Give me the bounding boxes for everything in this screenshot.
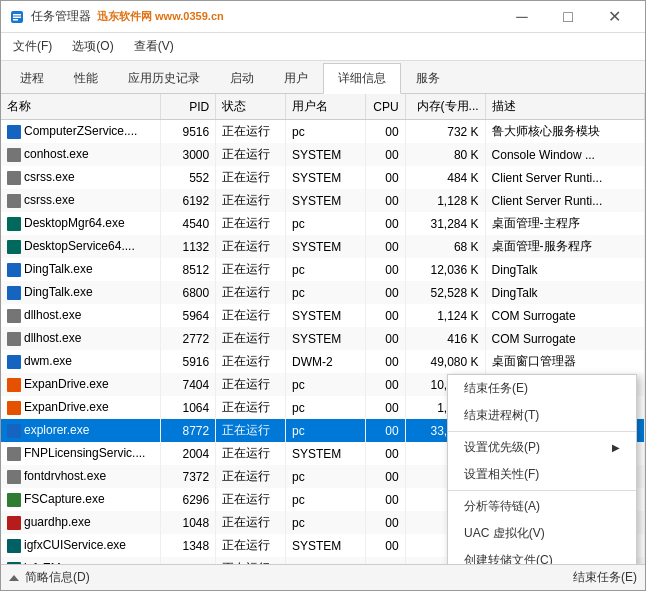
- cell-user: pc: [286, 120, 366, 144]
- context-menu-item[interactable]: 设置优先级(P)▶: [448, 434, 636, 461]
- submenu-arrow-icon: ▶: [612, 442, 620, 453]
- cell-user: pc: [286, 281, 366, 304]
- table-row[interactable]: csrss.exe 552 正在运行 SYSTEM 00 484 K Clien…: [1, 166, 645, 189]
- table-row[interactable]: csrss.exe 6192 正在运行 SYSTEM 00 1,128 K Cl…: [1, 189, 645, 212]
- cell-status: 正在运行: [216, 189, 286, 212]
- tab-app-history[interactable]: 应用历史记录: [113, 63, 215, 93]
- cell-status: 正在运行: [216, 304, 286, 327]
- tab-performance[interactable]: 性能: [59, 63, 113, 93]
- table-row[interactable]: conhost.exe 3000 正在运行 SYSTEM 00 80 K Con…: [1, 143, 645, 166]
- context-menu-item-label: 设置相关性(F): [464, 466, 539, 483]
- end-task-label: 结束任务(E): [573, 569, 637, 586]
- cell-user: pc: [286, 258, 366, 281]
- cell-mem: 416 K: [405, 327, 485, 350]
- context-menu-item[interactable]: 设置相关性(F): [448, 461, 636, 488]
- cell-user: SYSTEM: [286, 534, 366, 557]
- cell-status: 正在运行: [216, 281, 286, 304]
- cell-status: 正在运行: [216, 212, 286, 235]
- cell-cpu: 00: [365, 488, 405, 511]
- col-header-mem[interactable]: 内存(专用...: [405, 94, 485, 120]
- context-menu-item[interactable]: 结束进程树(T): [448, 402, 636, 429]
- context-menu-item-label: UAC 虚拟化(V): [464, 525, 545, 542]
- table-row[interactable]: DingTalk.exe 6800 正在运行 pc 00 52,528 K Di…: [1, 281, 645, 304]
- svg-rect-1: [13, 14, 21, 16]
- cell-user: DWM-2: [286, 350, 366, 373]
- minimize-button[interactable]: ─: [499, 1, 545, 33]
- table-header-row: 名称 PID 状态 用户名 CPU 内存(专用... 描述: [1, 94, 645, 120]
- cell-cpu: 00: [365, 396, 405, 419]
- cell-desc: Client Server Runti...: [485, 189, 644, 212]
- cell-status: 正在运行: [216, 488, 286, 511]
- cell-user: SYSTEM: [286, 166, 366, 189]
- cell-user: pc: [286, 465, 366, 488]
- col-header-desc[interactable]: 描述: [485, 94, 644, 120]
- cell-status: 正在运行: [216, 396, 286, 419]
- cell-name: ExpanDrive.exe: [1, 396, 161, 419]
- table-row[interactable]: DesktopMgr64.exe 4540 正在运行 pc 00 31,284 …: [1, 212, 645, 235]
- cell-cpu: 00: [365, 373, 405, 396]
- cell-pid: 1348: [161, 534, 216, 557]
- cell-name: csrss.exe: [1, 166, 161, 189]
- menu-options[interactable]: 选项(O): [64, 35, 121, 58]
- cell-mem: 49,080 K: [405, 350, 485, 373]
- cell-pid: 8772: [161, 419, 216, 442]
- cell-mem: 732 K: [405, 120, 485, 144]
- table-row[interactable]: dllhost.exe 5964 正在运行 SYSTEM 00 1,124 K …: [1, 304, 645, 327]
- cell-name: FNPLicensingServic....: [1, 442, 161, 465]
- cell-cpu: 00: [365, 350, 405, 373]
- cell-mem: 484 K: [405, 166, 485, 189]
- cell-user: SYSTEM: [286, 189, 366, 212]
- cell-desc: 鲁大师核心服务模块: [485, 120, 644, 144]
- context-menu-separator: [448, 490, 636, 491]
- col-header-pid[interactable]: PID: [161, 94, 216, 120]
- cell-pid: 1064: [161, 396, 216, 419]
- status-end-task[interactable]: 结束任务(E): [573, 569, 637, 586]
- tab-users[interactable]: 用户: [269, 63, 323, 93]
- cell-desc: DingTalk: [485, 281, 644, 304]
- context-menu-item[interactable]: 创建转储文件(C): [448, 547, 636, 564]
- cell-mem: 80 K: [405, 143, 485, 166]
- cell-pid: 7372: [161, 465, 216, 488]
- cell-status: 正在运行: [216, 419, 286, 442]
- table-row[interactable]: dllhost.exe 2772 正在运行 SYSTEM 00 416 K CO…: [1, 327, 645, 350]
- cell-status: 正在运行: [216, 557, 286, 564]
- table-row[interactable]: dwm.exe 5916 正在运行 DWM-2 00 49,080 K 桌面窗口…: [1, 350, 645, 373]
- context-menu-item[interactable]: UAC 虚拟化(V): [448, 520, 636, 547]
- cell-mem: 12,036 K: [405, 258, 485, 281]
- tab-startup[interactable]: 启动: [215, 63, 269, 93]
- context-menu-item[interactable]: 结束任务(E): [448, 375, 636, 402]
- cell-cpu: 00: [365, 557, 405, 564]
- cell-user: SYSTEM: [286, 143, 366, 166]
- cell-cpu: 00: [365, 281, 405, 304]
- window-controls: ─ □ ✕: [499, 1, 637, 33]
- context-menu-item[interactable]: 分析等待链(A): [448, 493, 636, 520]
- cell-cpu: 00: [365, 419, 405, 442]
- close-button[interactable]: ✕: [591, 1, 637, 33]
- title-bar: 任务管理器 迅东软件网 www.0359.cn ─ □ ✕: [1, 1, 645, 33]
- cell-pid: 5964: [161, 304, 216, 327]
- table-row[interactable]: ComputerZService.... 9516 正在运行 pc 00 732…: [1, 120, 645, 144]
- context-menu-separator: [448, 431, 636, 432]
- tab-services[interactable]: 服务: [401, 63, 455, 93]
- col-header-cpu[interactable]: CPU: [365, 94, 405, 120]
- cell-name: FSCapture.exe: [1, 488, 161, 511]
- cell-name: dwm.exe: [1, 350, 161, 373]
- cell-pid: 8512: [161, 258, 216, 281]
- table-row[interactable]: DingTalk.exe 8512 正在运行 pc 00 12,036 K Di…: [1, 258, 645, 281]
- cell-pid: 6192: [161, 189, 216, 212]
- col-header-name[interactable]: 名称: [1, 94, 161, 120]
- menu-file[interactable]: 文件(F): [5, 35, 60, 58]
- table-row[interactable]: DesktopService64.... 1132 正在运行 SYSTEM 00…: [1, 235, 645, 258]
- cell-cpu: 00: [365, 235, 405, 258]
- tab-processes[interactable]: 进程: [5, 63, 59, 93]
- status-brief-label: 简略信息(D): [25, 569, 90, 586]
- menu-bar: 文件(F) 选项(O) 查看(V): [1, 33, 645, 61]
- tab-details[interactable]: 详细信息: [323, 63, 401, 94]
- status-brief[interactable]: 简略信息(D): [9, 569, 90, 586]
- cell-status: 正在运行: [216, 350, 286, 373]
- maximize-button[interactable]: □: [545, 1, 591, 33]
- cell-name: ComputerZService....: [1, 120, 161, 144]
- menu-view[interactable]: 查看(V): [126, 35, 182, 58]
- col-header-user[interactable]: 用户名: [286, 94, 366, 120]
- col-header-status[interactable]: 状态: [216, 94, 286, 120]
